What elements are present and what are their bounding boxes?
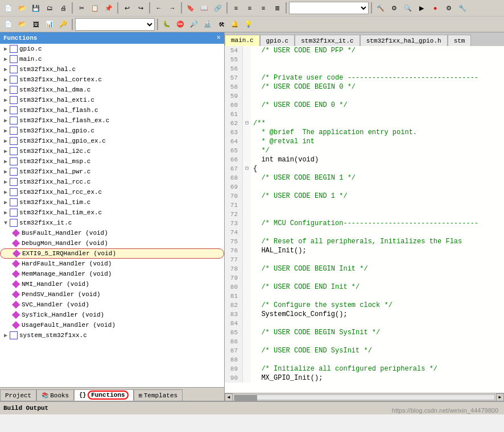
- tree-item-debugmon[interactable]: DebugMon_Handler (void): [0, 238, 224, 248]
- bottom-tab-templates[interactable]: ⊞Templates: [134, 389, 183, 401]
- tree-item-stm32f1xx_hal_cortex_c[interactable]: ▶stm32f1xx_hal_cortex.c: [0, 74, 224, 85]
- tree-item-stm32f1xx_hal_flash_c[interactable]: ▶stm32f1xx_hal_flash.c: [0, 105, 224, 115]
- save-btn[interactable]: 💾: [30, 2, 42, 14]
- line-content-83[interactable]: SystemClock_Config();: [251, 310, 348, 319]
- line-content-64[interactable]: * @retval int: [251, 137, 315, 146]
- icon2-btn[interactable]: 📊: [43, 18, 56, 31]
- tree-item-stm32f1xx_hal_msp_c[interactable]: ▶stm32f1xx_hal_msp.c: [0, 156, 224, 167]
- tree-item-memmanage[interactable]: MemManage_Handler (void): [0, 269, 224, 279]
- align-btn[interactable]: ≡: [230, 2, 242, 14]
- tree-item-usagefault[interactable]: UsageFault_Handler (void): [0, 320, 224, 330]
- line-content-73[interactable]: /* MCU Configuration--------------------…: [251, 219, 478, 228]
- line-content-54[interactable]: /* USER CODE END PFP */: [251, 46, 356, 55]
- tree-item-stm32f1xx_hal_pwr_c[interactable]: ▶stm32f1xx_hal_pwr.c: [0, 167, 224, 177]
- icon1-btn[interactable]: 🖼: [30, 18, 42, 31]
- line-content-75[interactable]: /* Reset of all peripherals, Initializes…: [251, 237, 462, 246]
- line-content-87[interactable]: /* USER CODE END SysInit */: [251, 346, 372, 355]
- expand-icon-stm32f1xx_it_c[interactable]: ▼: [2, 219, 9, 226]
- scroll-left-btn[interactable]: ◀: [225, 393, 233, 401]
- line-content-70[interactable]: /* USER CODE END 1 */: [251, 192, 348, 201]
- line-content-66[interactable]: int main(void): [251, 155, 319, 164]
- expand-icon-stm32f1xx_hal_i2c_c[interactable]: ▶: [2, 148, 9, 155]
- open-btn[interactable]: 📂: [16, 2, 28, 14]
- paste-btn[interactable]: 📌: [102, 2, 115, 14]
- open2-btn[interactable]: 📂: [16, 18, 28, 31]
- expand-icon-stm32f1xx_hal_gpio_c[interactable]: ▶: [2, 127, 9, 134]
- forward-btn[interactable]: →: [166, 2, 179, 14]
- line-content-90[interactable]: MX_GPIO_Init();: [251, 373, 323, 383]
- bookmark-btn[interactable]: 🔖: [184, 2, 197, 14]
- align2-btn[interactable]: ≡: [243, 2, 256, 14]
- tree-item-busfault[interactable]: BusFault_Handler (void): [0, 228, 224, 238]
- tree-item-stm32f1xx_hal_i2c_c[interactable]: ▶stm32f1xx_hal_i2c.c: [0, 146, 224, 156]
- debug2-btn[interactable]: ⛔: [174, 18, 187, 31]
- line-content-62[interactable]: /**: [251, 119, 266, 128]
- expand-icon-stm32f1xx_hal_flash_c[interactable]: ▶: [2, 107, 9, 114]
- expand-icon-stm32f1xx_hal_tim_ex_c[interactable]: ▶: [2, 209, 9, 216]
- tree-item-gpio_c[interactable]: ▶gpio.c: [0, 44, 224, 54]
- line-content-85[interactable]: /* USER CODE BEGIN SysInit */: [251, 328, 380, 337]
- build3-btn[interactable]: 🔍: [402, 2, 414, 14]
- line-content-79[interactable]: [251, 273, 253, 283]
- tree-item-stm32f1xx_hal_gpio_ex_c[interactable]: ▶stm32f1xx_hal_gpio_ex.c: [0, 136, 224, 146]
- stop-btn[interactable]: ●: [429, 2, 441, 14]
- scroll-track[interactable]: [234, 394, 495, 400]
- line-content-81[interactable]: [251, 292, 253, 301]
- expand-icon-stm32f1xx_hal_cortex_c[interactable]: ▶: [2, 76, 9, 83]
- tree-item-stm32f1xx_hal_gpio_c[interactable]: ▶stm32f1xx_hal_gpio.c: [0, 126, 224, 136]
- line-content-63[interactable]: * @brief The application entry point.: [251, 128, 417, 137]
- tree-item-svc[interactable]: SVC_Handler (void): [0, 300, 224, 310]
- line-content-89[interactable]: /* Initialize all configured peripherals…: [251, 364, 437, 373]
- build1-btn[interactable]: 🔨: [374, 2, 387, 14]
- line-content-84[interactable]: [251, 319, 253, 328]
- line-content-69[interactable]: [251, 182, 253, 192]
- bookmark3-btn[interactable]: 🔗: [212, 2, 224, 14]
- debug5-btn[interactable]: 🛠: [215, 18, 228, 31]
- print-btn[interactable]: 🖨: [57, 2, 69, 14]
- undo-btn[interactable]: ↩: [121, 2, 133, 14]
- expand-icon-stm32f1xx_hal_rcc_c[interactable]: ▶: [2, 178, 9, 185]
- new2-btn[interactable]: 📄: [2, 18, 15, 31]
- line-content-68[interactable]: /* USER CODE BEGIN 1 */: [251, 173, 356, 182]
- expand-icon-stm32f1xx_hal_pwr_c[interactable]: ▶: [2, 168, 9, 175]
- tree-item-systick[interactable]: SysTick_Handler (void): [0, 310, 224, 320]
- line-content-86[interactable]: [251, 337, 253, 346]
- line-content-80[interactable]: /* USER CODE END Init */: [251, 283, 360, 292]
- copy-btn[interactable]: 📋: [89, 2, 101, 14]
- expand-icon-stm32f1xx_hal_rcc_ex_c[interactable]: ▶: [2, 189, 9, 196]
- run-btn[interactable]: ▶: [415, 2, 428, 14]
- expand-icon-stm32f1xx_hal_msp_c[interactable]: ▶: [2, 158, 9, 165]
- line-content-59[interactable]: [251, 92, 253, 101]
- debug4-btn[interactable]: 🔬: [201, 18, 214, 31]
- build2-btn[interactable]: ⚙: [388, 2, 400, 14]
- tree-item-stm32f1xx_it_c[interactable]: ▼stm32f1xx_it.c: [0, 218, 224, 228]
- editor-tab-stm_more[interactable]: stm: [448, 35, 472, 46]
- line-content-61[interactable]: [251, 110, 253, 119]
- tree-item-system_stm32f1xx_c[interactable]: ▶system_stm32f1xx.c: [0, 330, 224, 340]
- expand-icon-stm32f1xx_hal_flash_ex_c[interactable]: ▶: [2, 117, 9, 124]
- line-content-65[interactable]: */: [251, 146, 270, 155]
- redo-btn[interactable]: ↪: [134, 2, 147, 14]
- expand-icon-system_stm32f1xx_c[interactable]: ▶: [2, 332, 9, 339]
- icon3-btn[interactable]: 🔑: [57, 18, 69, 31]
- line-content-55[interactable]: [251, 55, 253, 64]
- cut-btn[interactable]: ✂: [75, 2, 88, 14]
- editor-tab-stm32f1xx_it_c[interactable]: stm32f1xx_it.c: [295, 35, 360, 46]
- expand-icon-main_c[interactable]: ▶: [2, 56, 9, 63]
- expand-icon-stm32f1xx_hal_c[interactable]: ▶: [2, 66, 9, 73]
- editor-tab-gpio_c[interactable]: gpio.c: [260, 35, 295, 46]
- line-content-72[interactable]: [251, 210, 253, 219]
- project-dropdown[interactable]: IIC_ReadByte: [289, 2, 369, 14]
- code-area[interactable]: 54 /* USER CODE END PFP */555657 /* Priv…: [225, 46, 504, 393]
- tree-item-stm32f1xx_hal_dma_c[interactable]: ▶stm32f1xx_hal_dma.c: [0, 85, 224, 95]
- save-all-btn[interactable]: 🗂: [43, 2, 56, 14]
- scroll-right-btn[interactable]: ▶: [496, 393, 504, 401]
- align3-btn[interactable]: ≡: [257, 2, 270, 14]
- debug6-btn[interactable]: 🔔: [229, 18, 241, 31]
- scroll-thumb[interactable]: [234, 395, 257, 401]
- file-dropdown[interactable]: 2.GPIO_Interrupt.cube: [75, 18, 155, 31]
- bookmark2-btn[interactable]: 📖: [198, 2, 210, 14]
- tree-item-stm32f1xx_hal_c[interactable]: ▶stm32f1xx_hal.c: [0, 64, 224, 74]
- line-content-78[interactable]: /* USER CODE BEGIN Init */: [251, 264, 368, 273]
- line-content-74[interactable]: [251, 228, 253, 237]
